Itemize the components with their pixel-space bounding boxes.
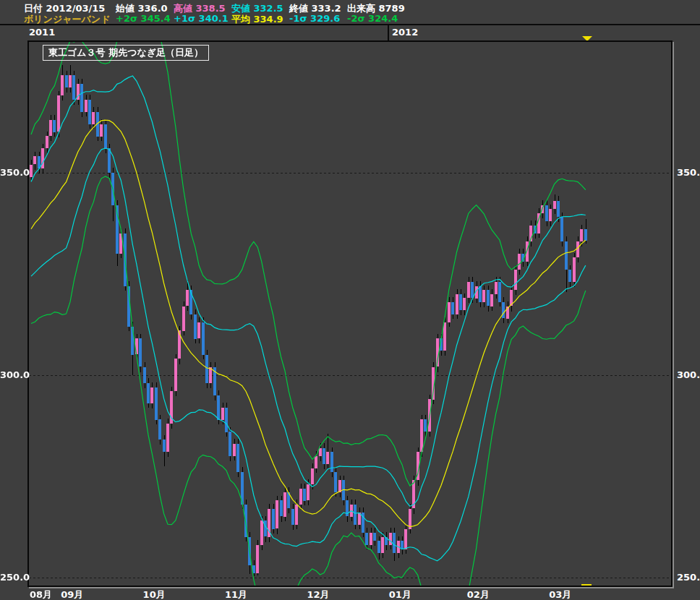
y-axis-label-left: 350.0 [0, 167, 25, 178]
month-label: 03月 [549, 588, 571, 600]
month-label: 01月 [389, 588, 411, 600]
candlestick-chart-canvas[interactable] [29, 42, 671, 586]
y-axis-label-left: 250.0 [0, 572, 25, 583]
month-label: 11月 [225, 588, 247, 600]
y-axis-label-right: 350.0 [677, 167, 700, 178]
chart-title: 東工ゴム３号 期先つなぎ足（日足） [43, 45, 209, 61]
year-label-2012: 2012 [392, 27, 418, 38]
y-axis-label-left: 300.0 [0, 369, 25, 380]
y-axis-label-right: 250.0 [677, 572, 700, 583]
legend-minus2sigma: -2σ 324.4 [347, 13, 398, 24]
legend-minus1sigma: -1σ 329.6 [289, 13, 340, 24]
month-label: 12月 [307, 588, 329, 600]
month-label: 09月 [61, 588, 83, 600]
year-label-2011: 2011 [29, 27, 55, 38]
legend-plus2sigma: +2σ 345.4 [116, 13, 171, 24]
y-axis-label-right: 300.0 [677, 369, 700, 380]
top-separator-line [0, 24, 700, 25]
legend-plus1sigma: +1σ 340.1 [174, 13, 229, 24]
month-label: 08月 [30, 588, 52, 600]
month-label: 02月 [467, 588, 490, 600]
year-divider-line [388, 25, 389, 40]
month-label: 10月 [143, 588, 166, 600]
